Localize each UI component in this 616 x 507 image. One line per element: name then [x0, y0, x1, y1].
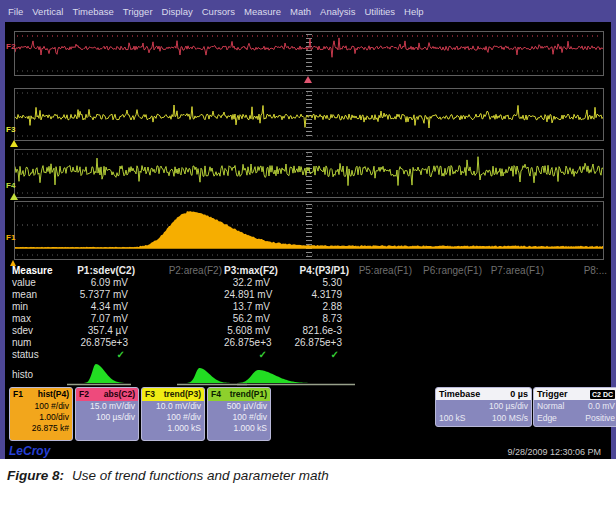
menu-item-math[interactable]: Math [290, 6, 311, 17]
measure-value-p1-value: 6.09 mV [55, 277, 137, 289]
measure-value-p6-sdev [414, 325, 484, 337]
descriptor-f2-id: F2 [79, 389, 89, 400]
measure-col-header-p7[interactable]: P7:area(F1) [484, 264, 546, 277]
descriptor-f3-hscale: 100 #/div [142, 412, 204, 423]
menu-item-vertical[interactable]: Vertical [32, 6, 63, 17]
status-check-p3: ✓ [224, 349, 279, 361]
measure-value-p1-sdev: 357.4 µV [55, 325, 137, 337]
measure-row-label: value [9, 277, 55, 289]
trace-marker-f3-icon[interactable] [10, 140, 18, 147]
timebase-title: Timebase [439, 388, 480, 400]
trigger-level: 0.0 mV [588, 400, 615, 412]
menu-item-trigger[interactable]: Trigger [123, 6, 153, 17]
trigger-position-marker-icon[interactable] [304, 76, 312, 83]
menu-item-cursors[interactable]: Cursors [202, 6, 235, 17]
timebase-header: Timebase 0 µs [436, 388, 531, 400]
measure-value-p1-max: 7.07 mV [55, 313, 137, 325]
measure-row-label: sdev [9, 325, 55, 337]
measure-col-header-p1[interactable]: P1:sdev(C2) [55, 264, 137, 277]
measure-col-header-p3[interactable]: P3:max(F2) [224, 264, 279, 277]
descriptor-f2-function: abs(C2) [104, 389, 135, 400]
measure-value-p3-min: 13.7 mV [224, 301, 279, 313]
measure-value-p4-mean: 4.3179 [279, 289, 351, 301]
trace-label-f4[interactable]: F4 [6, 181, 15, 190]
menu-item-display[interactable]: Display [162, 6, 193, 17]
descriptor-f4[interactable]: F4 trend(P1) 500 µV/div 100 #/div 1.000 … [207, 387, 271, 441]
measure-value-p6-num [414, 337, 484, 349]
measure-col-header-p6[interactable]: P6:range(F1) [414, 264, 484, 277]
descriptor-f3[interactable]: F3 trend(P3) 10.0 mV/div 100 #/div 1.000… [141, 387, 205, 441]
measure-value-p4-min: 2.88 [279, 301, 351, 313]
status-check-p8 [546, 349, 609, 361]
scope-screen: F2 F3 F4 F1 MeasureP1:sdev(C2)P2:area(F2… [5, 22, 611, 459]
trace-label-f1[interactable]: F1 [6, 233, 15, 242]
descriptor-f3-function: trend(P3) [164, 389, 201, 400]
measure-value-p4-sdev: 821.6e-3 [279, 325, 351, 337]
descriptor-row: F1 hist(P4) 100 #/div 1.00/div 26.875 k#… [9, 387, 616, 443]
descriptor-f2[interactable]: F2 abs(C2) 15.0 mV/div 100 µs/div [75, 387, 139, 441]
measure-value-p6-value [414, 277, 484, 289]
trace-f1-histogram [15, 202, 603, 259]
menu-item-help[interactable]: Help [404, 6, 424, 17]
measure-value-p2-sdev [137, 325, 224, 337]
waveform-grid-f1 [14, 201, 604, 260]
trace-label-f2[interactable]: F2 [6, 42, 15, 51]
measure-value-p8-value [546, 277, 609, 289]
measure-value-p7-mean [484, 289, 546, 301]
measure-value-p5-min [351, 301, 414, 313]
menu-item-analysis[interactable]: Analysis [320, 6, 355, 17]
measure-table: MeasureP1:sdev(C2)P2:area(F2)P3:max(F2)P… [9, 264, 609, 388]
measure-value-p7-num [484, 337, 546, 349]
measure-row-label: mean [9, 289, 55, 301]
descriptor-f1-id: F1 [13, 389, 23, 400]
measure-value-p7-sdev [484, 325, 546, 337]
measure-value-p8-sdev [546, 325, 609, 337]
measure-value-p8-num [546, 337, 609, 349]
waveform-grid-f4 [14, 149, 604, 198]
menu-item-timebase[interactable]: Timebase [72, 6, 113, 17]
waveform-grid-f3 [14, 88, 604, 141]
descriptor-f4-vscale: 500 µV/div [208, 401, 270, 412]
menu-item-utilities[interactable]: Utilities [364, 6, 395, 17]
descriptor-f3-header: F3 trend(P3) [142, 388, 204, 401]
trigger-box[interactable]: Trigger C2 DC Normal 0.0 mV Edge Positiv… [533, 387, 616, 427]
menu-item-measure[interactable]: Measure [244, 6, 281, 17]
descriptor-f1[interactable]: F1 hist(P4) 100 #/div 1.00/div 26.875 k# [9, 387, 73, 441]
measure-title: Measure [9, 264, 55, 277]
measure-value-p5-mean [351, 289, 414, 301]
timestamp: 9/28/2009 12:30:06 PM [507, 447, 601, 457]
measure-value-p3-mean: 24.891 mV [224, 289, 279, 301]
measure-value-p5-sdev [351, 325, 414, 337]
measure-value-p1-num: 26.875e+3 [55, 337, 137, 349]
descriptor-f2-header: F2 abs(C2) [76, 388, 138, 401]
measure-col-header-p8[interactable]: P8:... [546, 264, 609, 277]
measure-value-p2-num [137, 337, 224, 349]
measure-row-label: histo [12, 369, 33, 380]
status-check-p1: ✓ [55, 349, 137, 361]
descriptor-f3-length: 1.000 kS [142, 423, 204, 434]
descriptor-f1-population: 26.875 k# [10, 423, 72, 434]
measure-col-header-p4[interactable]: P4:(P3/P1) [279, 264, 351, 277]
measure-value-p8-min [546, 301, 609, 313]
measure-value-p4-max: 8.73 [279, 313, 351, 325]
measure-row-label: min [9, 301, 55, 313]
measure-value-p3-num: 26.875e+3 [224, 337, 279, 349]
trace-f2-abs-c2 [15, 32, 603, 75]
descriptor-f1-vscale: 100 #/div [10, 401, 72, 412]
measure-col-header-p2[interactable]: P2:area(F2) [137, 264, 224, 277]
figure-caption-text: Use of trend functions and parameter mat… [72, 468, 329, 483]
measure-value-p1-mean: 5.7377 mV [55, 289, 137, 301]
trace-marker-f4-icon[interactable] [10, 193, 18, 200]
menu-item-file[interactable]: File [8, 6, 23, 17]
lecroy-logo: LeCroy [9, 444, 50, 458]
descriptor-f3-id: F3 [145, 389, 155, 400]
measure-value-p3-value: 32.2 mV [224, 277, 279, 289]
measure-value-p7-min [484, 301, 546, 313]
status-check-p2 [137, 349, 224, 361]
figure-caption-label: Figure 8: [7, 468, 64, 483]
timebase-box[interactable]: Timebase 0 µs 100 µs/div 100 kS 100 MS/s [435, 387, 532, 427]
measure-col-header-p5[interactable]: P5:area(F1) [351, 264, 414, 277]
measure-value-p6-min [414, 301, 484, 313]
timebase-samples: 100 kS [439, 412, 465, 424]
trace-label-f3[interactable]: F3 [6, 125, 15, 134]
